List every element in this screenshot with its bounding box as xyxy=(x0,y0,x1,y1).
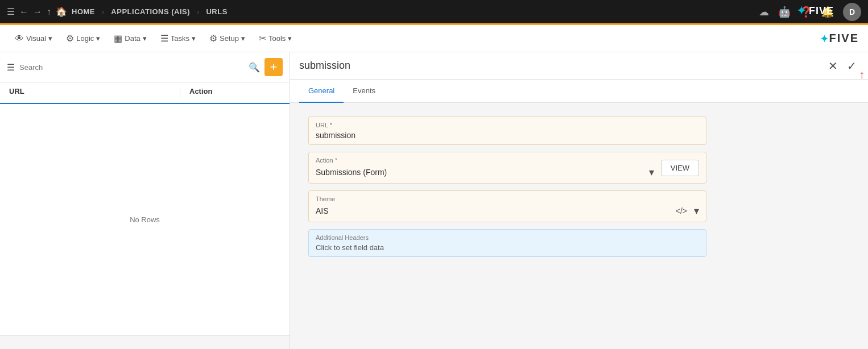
col-action-header: Action xyxy=(189,87,280,98)
no-rows-text: No Rows xyxy=(130,215,160,224)
setup-nav-btn[interactable]: ⚙ Setup ▾ xyxy=(204,30,251,47)
action-field-label: Action * xyxy=(316,157,654,164)
up-icon[interactable]: ↑ xyxy=(47,7,51,17)
col-url-header: URL xyxy=(9,87,171,98)
add-button[interactable]: + xyxy=(264,58,283,76)
tools-nav-btn[interactable]: ✂ Tools ▾ xyxy=(253,30,297,47)
user-avatar[interactable]: D xyxy=(843,3,861,21)
tasks-icon: ☰ xyxy=(160,33,168,44)
cloud-icon[interactable]: ☁ xyxy=(759,6,769,18)
app-label[interactable]: APPLICATIONS (AIS) xyxy=(111,7,190,16)
tab-general[interactable]: General xyxy=(299,80,344,103)
data-chevron-icon: ▾ xyxy=(143,34,147,43)
logic-icon: ⚙ xyxy=(66,33,74,44)
visual-label: Visual xyxy=(26,34,46,43)
brand-star-icon: ✦ xyxy=(820,32,829,45)
home-icon: 🏠 xyxy=(56,6,67,17)
nav-group-left: 👁 Visual ▾ ⚙ Logic ▾ ▦ Data ▾ ☰ Tasks ▾ … xyxy=(9,30,297,47)
header-actions: ✕ ✓ xyxy=(826,57,859,75)
column-separator xyxy=(180,87,180,98)
theme-field-label: Theme xyxy=(316,196,699,202)
action-field-value[interactable]: Submissions (Form) xyxy=(316,168,644,177)
five-logo-text: FIVE xyxy=(809,5,834,17)
form-header: submission ✕ ✓ ↑ xyxy=(290,52,868,80)
right-panel: submission ✕ ✓ ↑ General Events URL * su… xyxy=(290,52,868,349)
tabs-bar: General Events xyxy=(290,80,868,103)
close-button[interactable]: ✕ xyxy=(826,57,840,75)
eye-icon: 👁 xyxy=(15,34,24,44)
five-logo: ✦ FIVE xyxy=(796,3,834,18)
search-input[interactable] xyxy=(19,63,244,72)
five-logo-star-icon: ✦ xyxy=(796,3,807,18)
visual-chevron-icon: ▾ xyxy=(48,34,52,43)
nav-sep-2: › xyxy=(197,7,199,16)
theme-field-value[interactable]: AIS xyxy=(316,206,671,215)
main-layout: ☰ 🔍 + URL Action No Rows submission ✕ ✓ … xyxy=(0,52,868,349)
tasks-chevron-icon: ▾ xyxy=(192,34,196,43)
search-bar: ☰ 🔍 + xyxy=(0,52,290,82)
secondary-nav: 👁 Visual ▾ ⚙ Logic ▾ ▦ Data ▾ ☰ Tasks ▾ … xyxy=(0,25,868,52)
logic-nav-btn[interactable]: ⚙ Logic ▾ xyxy=(60,30,106,47)
action-select-row: Submissions (Form) ▾ xyxy=(316,166,654,178)
form-fields: URL * submission Action * Submissions (F… xyxy=(308,117,706,257)
tasks-label: Tasks xyxy=(171,34,189,43)
additional-headers-field-group[interactable]: Additional Headers Click to set field da… xyxy=(308,229,706,257)
url-label[interactable]: URLS xyxy=(206,7,227,16)
arrow-indicator: ↑ xyxy=(859,68,865,81)
nav-sep-1: › xyxy=(102,7,104,16)
action-field-group: Action * Submissions (Form) ▾ VIEW xyxy=(308,152,706,184)
tab-events[interactable]: Events xyxy=(344,80,385,103)
data-nav-btn[interactable]: ▦ Data ▾ xyxy=(108,30,152,47)
five-brand: ✦ FIVE xyxy=(820,32,859,45)
data-label: Data xyxy=(125,34,140,43)
table-body: No Rows xyxy=(0,104,290,335)
back-icon[interactable]: ← xyxy=(19,7,28,17)
theme-field-group: Theme AIS </> ▾ xyxy=(308,190,706,222)
table-header: URL Action xyxy=(0,82,290,104)
additional-headers-hint: Click to set field data xyxy=(316,243,699,252)
theme-dropdown-icon[interactable]: ▾ xyxy=(694,205,699,217)
setup-label: Setup xyxy=(220,34,239,43)
left-footer xyxy=(0,335,290,349)
code-icon[interactable]: </> xyxy=(676,206,687,215)
left-panel: ☰ 🔍 + URL Action No Rows xyxy=(0,52,290,349)
confirm-button[interactable]: ✓ xyxy=(845,57,859,75)
action-dropdown-icon[interactable]: ▾ xyxy=(649,166,654,178)
search-icon[interactable]: 🔍 xyxy=(249,62,260,73)
url-field-label: URL * xyxy=(316,122,699,128)
logic-label: Logic xyxy=(76,34,94,43)
tools-icon: ✂ xyxy=(259,33,266,44)
url-field-value[interactable]: submission xyxy=(316,131,699,140)
data-icon: ▦ xyxy=(114,33,122,44)
theme-select-row: AIS </> ▾ xyxy=(316,205,699,217)
home-label[interactable]: HOME xyxy=(72,7,95,16)
top-bar-left: ☰ ← → ↑ 🏠 HOME › APPLICATIONS (AIS) › UR… xyxy=(7,6,759,17)
tools-chevron-icon: ▾ xyxy=(288,34,292,43)
setup-icon: ⚙ xyxy=(209,33,217,44)
filter-icon: ☰ xyxy=(7,62,15,73)
view-button[interactable]: VIEW xyxy=(661,160,699,176)
visual-nav-btn[interactable]: 👁 Visual ▾ xyxy=(9,30,58,47)
form-title: submission xyxy=(299,60,826,72)
url-field-group: URL * submission xyxy=(308,117,706,145)
tasks-nav-btn[interactable]: ☰ Tasks ▾ xyxy=(155,30,201,47)
bot-icon[interactable]: 🤖 xyxy=(778,6,791,18)
top-bar: ☰ ← → ↑ 🏠 HOME › APPLICATIONS (AIS) › UR… xyxy=(0,0,868,25)
form-content: URL * submission Action * Submissions (F… xyxy=(290,103,868,349)
logic-chevron-icon: ▾ xyxy=(96,34,100,43)
setup-chevron-icon: ▾ xyxy=(241,34,245,43)
brand-text: FIVE xyxy=(829,32,859,45)
menu-icon[interactable]: ☰ xyxy=(7,6,15,17)
action-field-input-area: Action * Submissions (Form) ▾ xyxy=(316,157,654,178)
additional-headers-label: Additional Headers xyxy=(316,234,699,241)
tools-label: Tools xyxy=(268,34,286,43)
forward-icon[interactable]: → xyxy=(33,7,42,17)
